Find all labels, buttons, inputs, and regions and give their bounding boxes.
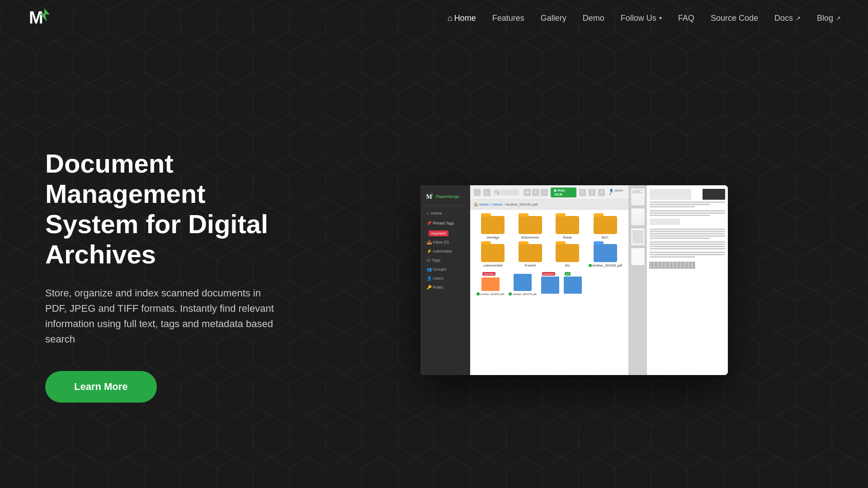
mockup-folder-freizeit[interactable]: Freizeit	[514, 244, 547, 267]
blog-external-icon: ↗	[836, 15, 841, 22]
pdf-thumb-4[interactable]	[631, 248, 645, 266]
mockup-back-btn[interactable]: ←	[474, 189, 481, 196]
mockup-main-area: ← → 🔍 ⊞ ≡ ⋯ ▶ Run OCR ✏ ℹ ✕ 👤 admin ▾	[470, 185, 628, 375]
mockup-close-btn[interactable]: ✕	[598, 189, 605, 196]
nav-gallery[interactable]: Gallery	[541, 14, 566, 23]
logo[interactable]: M	[27, 6, 51, 30]
svg-text:M: M	[426, 193, 432, 200]
mockup-file-2[interactable]: brother_004275.pdf	[509, 274, 536, 296]
folder-icon-lebensmittel	[481, 244, 505, 262]
nav-features[interactable]: Features	[492, 14, 524, 23]
mockup-sidebar-groups[interactable]: 👥 Groups	[424, 265, 467, 273]
mockup-breadcrumb: 🏠 Home / Home / brother_004291.pdf	[470, 200, 628, 210]
mockup-logo: M Papermerge	[424, 191, 467, 206]
mockup-file-4-icon	[564, 277, 582, 294]
mockup-file-2-label: brother_004275.pdf	[509, 292, 536, 296]
nav-blog[interactable]: Blog ↗	[817, 14, 841, 23]
mockup-files-row: Important brother_004291.pdf brother_004	[470, 274, 628, 300]
mockup-breadcrumb-file: brother_004291.pdf	[506, 202, 538, 206]
mockup-file-4-wrapper: pdf	[564, 274, 582, 294]
mockup-breadcrumb-home2[interactable]: Home	[493, 202, 502, 206]
mockup-sidebar-inbox[interactable]: 📥 Inbox (0)	[424, 238, 467, 246]
nav-gallery-label: Gallery	[541, 14, 566, 23]
nav-follow-us[interactable]: Follow Us ▾	[621, 14, 662, 23]
mockup-logo-icon: M	[426, 192, 434, 201]
folder-icon-freizeit	[519, 244, 542, 262]
nav-features-label: Features	[492, 14, 524, 23]
home-icon: ⌂	[448, 14, 453, 23]
pdf-header	[650, 189, 725, 200]
pdf-stamp	[703, 189, 725, 200]
mockup-admin-label: 👤 admin ▾	[609, 189, 625, 196]
file-2-dot	[509, 292, 512, 296]
mockup-edit-btn[interactable]: ✏	[579, 189, 586, 196]
mockup-folder-lebensmittel[interactable]: Lebensmittel	[476, 244, 509, 267]
mockup-file-4[interactable]: pdf	[564, 274, 582, 296]
mockup-toolbar: ← → 🔍 ⊞ ≡ ⋯ ▶ Run OCR ✏ ℹ ✕ 👤 admin ▾	[470, 185, 628, 200]
mockup-search[interactable]: 🔍	[493, 189, 519, 196]
mockup-file-1-label: brother_004291.pdf	[476, 292, 504, 296]
nav-source-code[interactable]: Source Code	[711, 14, 758, 23]
nav-docs[interactable]: Docs ↗	[774, 14, 801, 23]
follow-us-dropdown-arrow: ▾	[659, 15, 662, 21]
nav-home-label: Home	[454, 14, 476, 23]
mockup-sidebar-tags[interactable]: 🏷 Tags	[424, 256, 467, 264]
pdf-thumb-2[interactable]	[631, 208, 645, 226]
nav-demo[interactable]: Demo	[583, 14, 604, 23]
mockup-forward-btn[interactable]: →	[483, 189, 490, 196]
mockup-folder-rente[interactable]: Rente	[551, 216, 584, 239]
mockup-file-3[interactable]: Important	[541, 274, 559, 296]
nav-blog-label: Blog	[817, 14, 833, 23]
mockup-file-1[interactable]: Important brother_004291.pdf	[476, 274, 504, 296]
mockup-list-view[interactable]: ≡	[532, 189, 539, 196]
mockup-tag-important[interactable]: Important	[429, 230, 448, 236]
mockup-folder-vertraege[interactable]: Verträge	[476, 216, 509, 239]
mockup-folder-blue[interactable]: brother_004291.pdf	[589, 244, 622, 267]
pdf-thumb-1[interactable]	[631, 188, 645, 206]
file-dot	[589, 264, 592, 267]
mockup-run-ocr-btn[interactable]: ▶ Run OCR	[551, 188, 576, 197]
mockup-folder-einkommen[interactable]: Einkommen	[514, 216, 547, 239]
folder-icon-vertraege	[481, 216, 505, 234]
mockup-breadcrumb-home[interactable]: 🏠 Home	[474, 202, 489, 206]
mockup-grid-view[interactable]: ⊞	[524, 189, 531, 196]
mockup-folder-kfz[interactable]: Kfz	[551, 244, 584, 267]
folder-icon-bvc	[594, 216, 617, 234]
nav-faq[interactable]: FAQ	[678, 14, 694, 23]
mockup-view-btns: ⊞ ≡ ⋯	[524, 189, 548, 196]
mockup-folder-grid: Verträge Einkommen Rente BVC	[470, 210, 628, 274]
pdf-thumb-strip	[629, 185, 647, 375]
pdf-letterhead	[650, 189, 691, 200]
mockup-more-btn[interactable]: ⋯	[541, 189, 548, 196]
hero-subtitle: Store, organize and index scanned docume…	[45, 286, 280, 347]
mockup-info-btn[interactable]: ℹ	[589, 189, 595, 196]
mockup-sidebar-pinned-tags: 📌 Pinned Tags	[424, 219, 467, 227]
folder-icon-doc	[594, 244, 617, 262]
file-1-dot	[476, 292, 480, 296]
navbar: M ⌂ Home Features Gallery Demo	[0, 0, 868, 36]
nav-docs-label: Docs	[774, 14, 793, 23]
pdf-thumb-3[interactable]	[631, 228, 645, 246]
nav-demo-label: Demo	[583, 14, 604, 23]
hero-image: M Papermerge ⌂ Home 📌 Pinned Tags Import…	[298, 176, 823, 375]
mockup-sidebar-automates[interactable]: ⚡ Automates	[424, 247, 467, 255]
svg-text:M: M	[29, 8, 43, 27]
mockup-file-1-icon	[481, 277, 500, 291]
mockup-right-toolbar: ▶ Run OCR ✏ ℹ ✕ 👤 admin ▾	[551, 188, 625, 197]
pdf-content-area	[647, 185, 728, 375]
mockup-sidebar-users[interactable]: 👤 Users	[424, 274, 467, 282]
nav-home[interactable]: ⌂ Home	[448, 14, 476, 23]
docs-external-icon: ↗	[796, 15, 801, 22]
learn-more-button[interactable]: Learn More	[45, 371, 157, 403]
mockup-file-3-tag: Important	[542, 272, 555, 276]
mockup-sidebar-roles[interactable]: 🔑 Roles	[424, 283, 467, 291]
mockup-folder-bvc[interactable]: BVC	[589, 216, 622, 239]
mockup-breadcrumb-sep2: /	[504, 202, 505, 206]
mockup-sidebar-home[interactable]: ⌂ Home	[424, 209, 467, 217]
mockup-file-3-wrapper: Important	[541, 274, 559, 294]
mockup-pdf-panel	[628, 185, 728, 375]
main-content: Document Management System for Digital A…	[0, 36, 868, 488]
folder-icon-einkommen	[519, 216, 542, 234]
hero-section: Document Management System for Digital A…	[45, 149, 298, 402]
mockup-logo-text: Papermerge	[436, 194, 459, 199]
